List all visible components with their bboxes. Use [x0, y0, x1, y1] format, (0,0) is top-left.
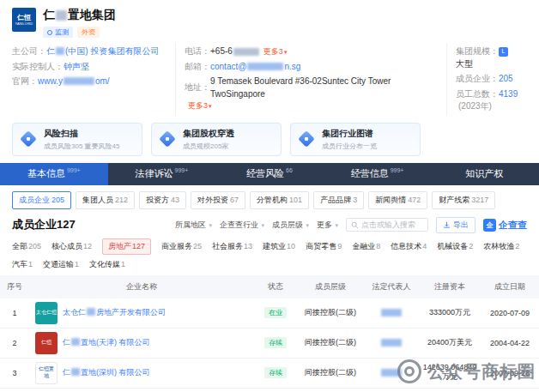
tab-basic-info[interactable]: 基本信息999+ [0, 163, 108, 185]
caret-down-icon: ▾ [306, 222, 309, 228]
address-label: 地址： [185, 81, 210, 94]
tab-operation-info[interactable]: 经营信息999+ [324, 163, 432, 185]
card-subtitle: 成员风险305 重要风险45 [44, 142, 119, 151]
chip-business-services[interactable]: 商业服务25 [161, 241, 202, 252]
info-col-right: 集团规模： L 大型 成员企业： 205 员工总数： 4139 (2023年) [446, 43, 527, 116]
redacted-text [71, 368, 80, 376]
industry-filter-dropdown[interactable]: 企查查行业 ▾ [220, 220, 264, 231]
chip-core-members[interactable]: 核心成员12 [51, 241, 92, 252]
info-col-middle: 电话： +65-6 更多3▾ 邮箱： contact@n.sg 地址： 9 Te… [175, 43, 446, 116]
level-filter-dropdown[interactable]: 成员层级 ▾ [272, 220, 309, 231]
caret-down-icon: ▾ [335, 222, 338, 228]
founding-date: 2020-07-09 [481, 299, 539, 329]
email-link[interactable]: contact@n.sg [210, 61, 300, 74]
card-subtitle: 成员行业分布一览 [322, 142, 377, 151]
controller-link[interactable]: 钟声坚 [64, 61, 89, 74]
company-name-link[interactable]: 太仓仁房地产开发有限公司 [63, 307, 166, 318]
col-index: 序号 [0, 275, 29, 299]
title-suffix: 置地集团 [68, 8, 116, 23]
subtab-news[interactable]: 新闻舆情472 [368, 191, 427, 209]
main-company-link[interactable]: 仁(中国) 投资集团有限公司 [46, 45, 159, 58]
group-info-panel: 主公司： 仁(中国) 投资集团有限公司 实际控制人： 钟声坚 官网： www.y… [0, 41, 539, 122]
table-row: 4 G洲 南京仁G洲房地产开发有限公司 在业 间接控股(四级) 13650万元 … [0, 388, 539, 392]
company-logo: 太仓仁恒 [35, 302, 58, 324]
logo-text-cn: 仁恒 [17, 15, 31, 21]
member-search-box[interactable] [346, 218, 428, 232]
equity-penetration-card[interactable]: 集团股权穿透 成员规模205家 [151, 123, 282, 156]
chip-it[interactable]: 信息技术4 [391, 241, 427, 252]
redacted-text [381, 369, 402, 377]
legal-rep-link[interactable] [380, 369, 403, 377]
subtab-investors[interactable]: 投资方43 [139, 191, 186, 209]
staff-count-label: 员工总数： [456, 88, 499, 101]
subtab-brands[interactable]: 产品品牌3 [313, 191, 364, 209]
status-badge: 存续 [264, 337, 287, 348]
col-founding-date: 成立日期 [481, 275, 539, 299]
registered-capital: 142639.064849万元 [419, 358, 481, 388]
row-index: 4 [0, 388, 29, 392]
chip-media[interactable]: 文化传媒1 [89, 259, 125, 270]
col-member-level: 成员层级 [297, 275, 364, 299]
company-name-link[interactable]: 仁置地(深圳) 有限公司 [63, 367, 150, 378]
subtab-outbound-investment[interactable]: 对外投资67 [191, 191, 245, 209]
chip-construction[interactable]: 建筑业10 [263, 241, 295, 252]
chip-all[interactable]: 全部205 [12, 241, 41, 252]
row-index: 1 [0, 299, 29, 329]
chip-real-estate[interactable]: 房地产127 [102, 238, 151, 255]
tab-legal-litigation[interactable]: 法律诉讼999+ [108, 163, 216, 185]
chip-agriculture[interactable]: 农林牧渔2 [483, 241, 519, 252]
card-title: 风险扫描 [44, 128, 119, 140]
industry-map-card[interactable]: 集团行业图谱 成员行业分布一览 [290, 123, 421, 156]
chip-finance[interactable]: 金融业8 [352, 241, 380, 252]
col-legal-rep: 法定代表人 [364, 275, 419, 299]
phone-more-link[interactable]: 更多3▾ [263, 46, 288, 57]
risk-scan-card[interactable]: 风险扫描 成员风险305 重要风险45 [12, 123, 142, 156]
qichacha-brand[interactable]: 企 企查查 [483, 219, 527, 232]
foreign-capital-tag: 外资 [77, 27, 100, 38]
chip-machinery[interactable]: 机械设备2 [437, 241, 473, 252]
address-more-link[interactable]: 更多3▾ [188, 100, 212, 112]
legal-rep-link[interactable] [380, 309, 403, 317]
redacted-text [87, 308, 95, 316]
monitor-tag[interactable]: 监测 [43, 27, 73, 38]
tab-operation-risk[interactable]: 经营风险66 [215, 163, 324, 185]
subtab-asset-clues[interactable]: 财产线索3217 [432, 191, 495, 209]
main-tab-bar: 基本信息999+ 法律诉讼999+ 经营风险66 经营信息999+ 知识产权 [0, 163, 539, 185]
chip-retail[interactable]: 商贸零售9 [306, 241, 342, 252]
chip-transportation[interactable]: 交通运输1 [43, 259, 79, 270]
member-count-link[interactable]: 205 [499, 73, 513, 86]
subtab-member-companies[interactable]: 成员企业205 [12, 191, 71, 209]
member-toolbar: 所属地区 ▾ 企查查行业 ▾ 成员层级 ▾ 更多 ▾ 导出 企 企查查 [175, 217, 527, 233]
row-index: 2 [0, 328, 29, 358]
tab-badge: 999+ [175, 167, 189, 173]
phone-value: +65-6 [210, 45, 233, 58]
redacted-text [233, 48, 259, 56]
tab-intellectual-property[interactable]: 知识产权 [431, 163, 539, 185]
staff-year: (2023年) [458, 100, 492, 113]
subtab-group-personnel[interactable]: 集团人员212 [76, 191, 135, 209]
subtab-branches[interactable]: 分管机构101 [250, 191, 309, 209]
website-row: 官网： www.yom/ [12, 75, 175, 88]
staff-count-link[interactable]: 4139 [499, 88, 518, 101]
member-search-input[interactable] [361, 220, 423, 229]
section-title: 成员企业127 [12, 217, 76, 232]
main-company-label: 主公司： [12, 45, 46, 58]
export-button[interactable]: 导出 [436, 217, 475, 233]
logo-text-en: YANLORD [15, 22, 33, 26]
member-companies-table: 序号 企业名称 状态 成员层级 法定代表人 注册资本 成立日期 1 太仓仁恒 太… [0, 275, 539, 392]
scale-row: 集团规模： L 大型 [456, 45, 527, 70]
legal-rep-link[interactable] [380, 339, 403, 347]
col-company-name: 企业名称 [29, 275, 254, 299]
main-company-row: 主公司： 仁(中国) 投资集团有限公司 [12, 45, 175, 58]
subtab-bar: 成员企业205 集团人员212 投资方43 对外投资67 分管机构101 产品品… [0, 185, 539, 212]
industry-filter-chips: 全部205 核心成员12 房地产127 商业服务25 社会服务13 建筑业10 … [0, 236, 539, 275]
region-filter-dropdown[interactable]: 所属地区 ▾ [175, 220, 212, 231]
company-name-link[interactable]: 仁置地(天津) 有限公司 [63, 337, 150, 348]
website-link[interactable]: www.yom/ [38, 75, 110, 88]
chip-automobile[interactable]: 汽车1 [12, 259, 33, 270]
caret-down-icon: ▾ [261, 222, 264, 228]
col-status[interactable]: 状态 [254, 275, 297, 299]
more-filter-dropdown[interactable]: 更多 ▾ [317, 220, 338, 231]
chip-social-services[interactable]: 社会服务13 [212, 241, 252, 252]
address-value: 9 Temasek Boulevard #36-02Suntec City To… [210, 75, 425, 100]
